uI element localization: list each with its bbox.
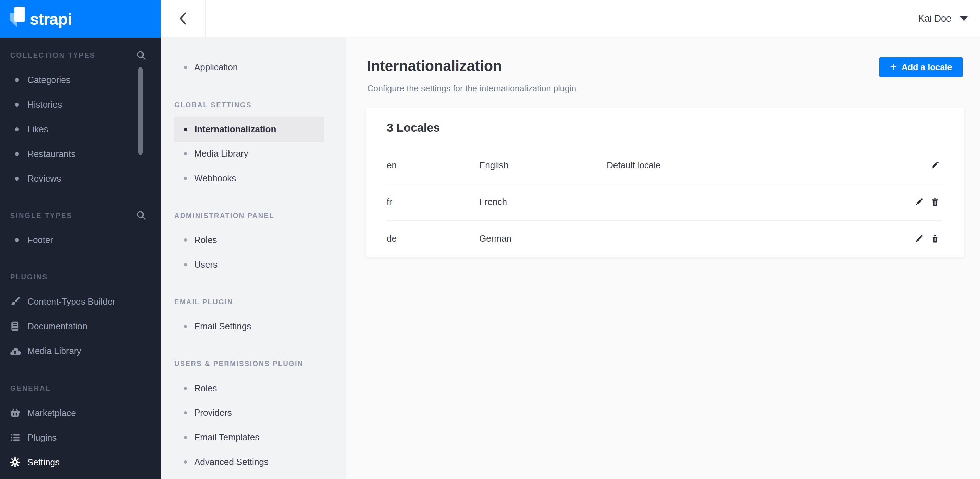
top-bar: Kai Doe	[161, 0, 980, 38]
settings-item-admin-roles[interactable]: Roles	[161, 228, 346, 252]
strapi-logo[interactable]: strapi	[0, 0, 161, 38]
paintbrush-icon	[10, 296, 21, 307]
edit-locale-button[interactable]	[930, 161, 939, 170]
settings-item-email-settings[interactable]: Email Settings	[161, 314, 346, 339]
locale-row-de: de German	[366, 220, 964, 257]
bullet-icon	[184, 411, 187, 414]
section-header-global-settings: GLOBAL SETTINGS	[174, 97, 252, 113]
settings-item-media-library[interactable]: Media Library	[161, 141, 346, 166]
section-header-email-plugin: EMAIL PLUGIN	[174, 294, 233, 310]
search-icon[interactable]	[136, 210, 146, 220]
sidebar-item-plugins[interactable]: Plugins	[0, 425, 161, 450]
bullet-icon	[184, 387, 187, 390]
bullet-icon	[15, 127, 19, 131]
sidebar-item-likes[interactable]: Likes	[0, 117, 161, 142]
locale-code: en	[387, 160, 479, 170]
bullet-icon	[184, 436, 187, 439]
section-header-collection-types: COLLECTION TYPES	[10, 47, 95, 64]
bullet-icon	[184, 460, 187, 463]
bullet-icon	[184, 128, 188, 131]
section-header-plugins: PLUGINS	[10, 269, 48, 285]
bullet-icon	[15, 152, 19, 156]
bullet-icon	[184, 152, 187, 155]
settings-item-up-roles[interactable]: Roles	[161, 376, 346, 401]
sidebar-item-media-library[interactable]: Media Library	[0, 339, 161, 363]
sidebar-item-histories[interactable]: Histories	[0, 92, 161, 117]
section-header-general: GENERAL	[10, 380, 51, 396]
locale-name: English	[479, 160, 607, 170]
section-header-single-types: SINGLE TYPES	[10, 207, 73, 224]
bullet-icon	[15, 78, 19, 82]
sidebar-item-footer[interactable]: Footer	[0, 228, 161, 252]
settings-item-email-templates[interactable]: Email Templates	[161, 425, 346, 450]
settings-item-application[interactable]: Application	[161, 55, 346, 80]
locale-row-fr: fr French	[366, 184, 964, 220]
pencil-icon	[915, 234, 923, 243]
book-icon	[10, 321, 21, 332]
settings-item-admin-users[interactable]: Users	[161, 252, 346, 277]
plus-icon: +	[890, 60, 897, 72]
strapi-flag-icon	[10, 6, 25, 29]
bullet-icon	[184, 263, 187, 266]
bullet-icon	[15, 103, 19, 107]
locale-default-label: Default locale	[607, 160, 930, 170]
delete-locale-button[interactable]	[930, 198, 939, 207]
settings-sidebar: Application GLOBAL SETTINGS Internationa…	[161, 38, 346, 479]
locale-code: fr	[387, 197, 479, 207]
bullet-icon	[15, 238, 19, 242]
gear-icon	[10, 457, 21, 468]
locale-row-en: en English Default locale	[366, 147, 964, 184]
delete-locale-button[interactable]	[930, 234, 939, 243]
locale-name: German	[479, 233, 607, 244]
sidebar-item-restaurants[interactable]: Restaurants	[0, 142, 161, 166]
user-name: Kai Doe	[918, 13, 951, 24]
page-subtitle: Configure the settings for the internati…	[367, 84, 576, 94]
settings-item-internationalization[interactable]: Internationalization	[174, 117, 324, 142]
pencil-icon	[931, 161, 939, 170]
locales-card-title: 3 Locales	[366, 108, 964, 147]
sidebar-item-marketplace[interactable]: Marketplace	[0, 401, 161, 425]
settings-item-webhooks[interactable]: Webhooks	[161, 166, 346, 191]
shopping-basket-icon	[10, 407, 21, 419]
back-button[interactable]	[161, 0, 205, 37]
bullet-icon	[184, 177, 187, 180]
trash-icon	[931, 198, 939, 206]
trash-icon	[931, 234, 939, 243]
locale-name: French	[479, 197, 607, 207]
section-header-administration-panel: ADMINISTRATION PANEL	[174, 207, 274, 224]
strapi-logo-text: strapi	[30, 10, 72, 29]
caret-down-icon	[960, 16, 968, 21]
sidebar-item-content-types-builder[interactable]: Content-Types Builder	[0, 289, 161, 314]
sidebar-scrollbar-thumb[interactable]	[138, 67, 143, 155]
sidebar-item-settings[interactable]: Settings	[0, 450, 161, 474]
sidebar-item-documentation[interactable]: Documentation	[0, 314, 161, 339]
bullet-icon	[184, 66, 187, 69]
sidebar-item-categories[interactable]: Categories	[0, 67, 161, 92]
list-icon	[10, 432, 21, 443]
page-title: Internationalization	[367, 57, 502, 74]
locale-code: de	[387, 233, 479, 244]
bullet-icon	[184, 239, 187, 242]
cloud-upload-icon	[10, 345, 21, 356]
edit-locale-button[interactable]	[915, 234, 923, 243]
sidebar-item-reviews[interactable]: Reviews	[0, 166, 161, 191]
bullet-icon	[15, 177, 19, 181]
search-icon[interactable]	[136, 50, 146, 60]
chevron-left-icon	[179, 12, 187, 25]
edit-locale-button[interactable]	[915, 198, 923, 207]
main-content: Internationalization Configure the setti…	[346, 38, 980, 479]
user-menu[interactable]: Kai Doe	[918, 0, 968, 37]
pencil-icon	[915, 198, 923, 206]
strapi-admin-settings-page: strapi COLLECTION TYPES Categories Histo…	[0, 0, 980, 479]
bullet-icon	[184, 325, 187, 328]
settings-item-advanced-settings[interactable]: Advanced Settings	[161, 450, 346, 474]
section-header-users-permissions-plugin: USERS & PERMISSIONS PLUGIN	[174, 355, 304, 372]
main-sidebar: strapi COLLECTION TYPES Categories Histo…	[0, 0, 161, 479]
locales-card: 3 Locales en English Default locale fr F…	[366, 108, 964, 257]
add-locale-button[interactable]: + Add a locale	[879, 57, 963, 77]
settings-item-providers[interactable]: Providers	[161, 400, 346, 425]
